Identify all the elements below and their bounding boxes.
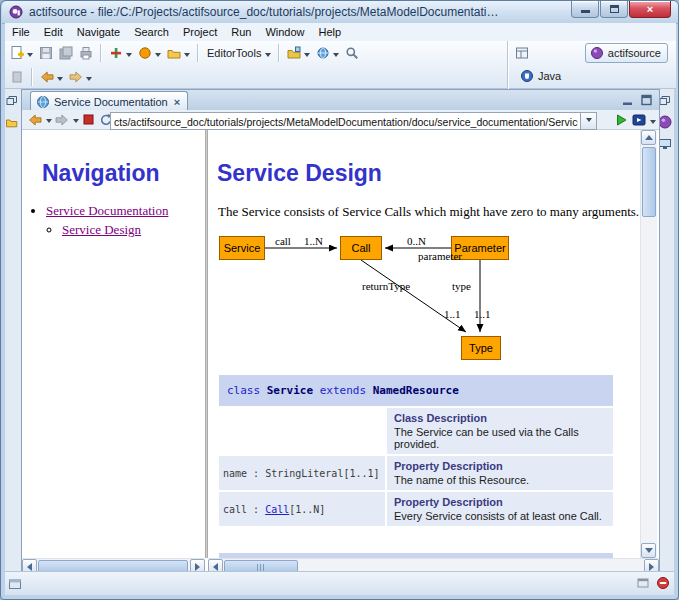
perspective-java-button[interactable]: Java: [516, 67, 567, 85]
address-bar: [110, 112, 597, 130]
menu-window[interactable]: Window: [258, 24, 311, 40]
forward-history-button[interactable]: [66, 66, 95, 88]
new-wizard-button[interactable]: [7, 42, 36, 64]
menu-search[interactable]: Search: [127, 24, 176, 40]
description-cell: Property Description The name of this Re…: [387, 456, 613, 490]
maximize-view-icon[interactable]: [639, 92, 654, 111]
tab-service-documentation[interactable]: Service Documentation ×: [30, 91, 188, 111]
open-resource-dropdown-icon[interactable]: [304, 53, 310, 60]
perspective-bar: actifsource Java: [507, 41, 676, 89]
link-service-documentation[interactable]: Service Documentation: [46, 203, 168, 218]
close-button[interactable]: ×: [629, 1, 671, 18]
restore-views-icon[interactable]: [658, 93, 674, 111]
class-table-call: class Call extends NamedResource: [217, 551, 615, 558]
window-title: actifsource - file:/C:/Projects/actifsou…: [29, 5, 499, 19]
edge-label-parameter: parameter: [418, 250, 462, 262]
back-history-dropdown-icon[interactable]: [57, 77, 63, 84]
tab-close-icon[interactable]: ×: [172, 96, 182, 108]
menu-navigate[interactable]: Navigate: [70, 24, 127, 40]
editor-tools-dropdown-icon[interactable]: [265, 53, 271, 60]
vertical-scroll-thumb[interactable]: [642, 147, 656, 217]
link-call-class[interactable]: Call: [265, 504, 289, 515]
new-wizard-dropdown-icon[interactable]: [27, 53, 33, 60]
toolbar-separator: [100, 44, 102, 62]
actifsource-perspective-icon: [589, 45, 605, 61]
link-editor-button[interactable]: [7, 66, 27, 88]
open-diagram-button[interactable]: [313, 42, 342, 64]
preview-monitor-icon[interactable]: [658, 137, 674, 155]
browser-back-dropdown-icon[interactable]: [46, 119, 52, 126]
browser-go-button[interactable]: [613, 112, 629, 128]
browser-forward-dropdown-icon[interactable]: [73, 119, 79, 126]
edge-label-type: type: [452, 280, 471, 292]
new-resource-dropdown-icon[interactable]: [126, 53, 132, 60]
browser-menu-dropdown-icon[interactable]: [650, 120, 656, 127]
maximize-button[interactable]: [600, 1, 628, 18]
perspective-actifsource-button[interactable]: actifsource: [585, 43, 668, 63]
perspective-java-label: Java: [538, 70, 561, 82]
navigation-list: Service Documentation Service Design: [28, 203, 205, 238]
table-row: name : StringLiteral[1..1] Property Desc…: [219, 456, 613, 490]
scroll-down-button[interactable]: [641, 543, 656, 558]
print-button[interactable]: [76, 42, 96, 64]
url-input[interactable]: [111, 113, 580, 129]
new-resource-button[interactable]: [106, 42, 135, 64]
menu-project[interactable]: Project: [176, 24, 224, 40]
diagram-box-service[interactable]: Service: [219, 236, 265, 260]
maximize-icon: [610, 5, 619, 13]
toolbar-separator: [197, 44, 199, 62]
browser-forward-button[interactable]: [54, 112, 70, 128]
link-service-design[interactable]: Service Design: [62, 222, 141, 237]
open-diagram-dropdown-icon[interactable]: [333, 53, 339, 60]
save-all-button[interactable]: [56, 42, 76, 64]
back-history-button[interactable]: [37, 66, 66, 88]
description-cell: Class Description The Service can be use…: [387, 408, 613, 454]
fast-view-icon[interactable]: [7, 576, 22, 595]
scroll-down-icon: [645, 548, 653, 557]
actifsource-app-icon: [8, 4, 24, 20]
url-dropdown-button[interactable]: [580, 113, 596, 129]
open-perspective-button[interactable]: [512, 42, 532, 64]
scroll-left-icon: [23, 563, 32, 571]
new-folder-button[interactable]: [164, 42, 193, 64]
search-button[interactable]: [342, 42, 362, 64]
table-header-row: class Service extends NamedResource: [219, 375, 613, 406]
new-folder-dropdown-icon[interactable]: [184, 53, 190, 60]
intro-paragraph: The Service consists of Service Calls wh…: [218, 204, 643, 220]
diagram-box-type[interactable]: Type: [461, 336, 501, 360]
forward-history-dropdown-icon[interactable]: [86, 77, 92, 84]
class-table-service: class Service extends NamedResource Clas…: [217, 373, 615, 528]
open-external-browser-button[interactable]: [631, 112, 647, 128]
restore-views-icon[interactable]: [5, 93, 21, 111]
menu-help[interactable]: Help: [312, 24, 349, 40]
open-resource-button[interactable]: [284, 42, 313, 64]
project-explorer-icon[interactable]: [5, 115, 21, 133]
minimize-icon: [581, 10, 590, 13]
menu-file[interactable]: File: [5, 24, 37, 40]
browser-stop-button[interactable]: [81, 112, 96, 127]
menu-run[interactable]: Run: [224, 24, 258, 40]
scroll-up-icon: [645, 131, 653, 140]
left-view-strip: [5, 89, 22, 573]
minimize-view-icon[interactable]: [620, 92, 635, 111]
build-actions-button[interactable]: [135, 42, 164, 64]
navigation-frame: Navigation Service Documentation Service…: [22, 130, 205, 558]
tray-view-icon[interactable]: [636, 576, 650, 594]
browser-back-button[interactable]: [27, 112, 43, 128]
editor-tools-label: EditorTools: [207, 47, 261, 59]
diagram-box-call[interactable]: Call: [340, 236, 382, 260]
status-bar: [5, 571, 674, 595]
list-item: Service Design: [62, 222, 205, 238]
scroll-up-button[interactable]: [641, 130, 656, 145]
error-log-icon[interactable]: [656, 576, 670, 594]
minimize-button[interactable]: [571, 1, 599, 18]
build-actions-dropdown-icon[interactable]: [155, 53, 161, 60]
editor-tools-button[interactable]: EditorTools: [203, 42, 274, 64]
perspective-actifsource-label: actifsource: [608, 47, 661, 59]
title-bar: actifsource - file:/C:/Projects/actifsou…: [2, 1, 679, 24]
table-row: call : Call[1..N] Property Description E…: [219, 492, 613, 526]
actifsource-view-icon[interactable]: [658, 115, 674, 133]
save-button[interactable]: [36, 42, 56, 64]
edge-label-call-multiplicity: 1..N: [304, 235, 323, 247]
menu-edit[interactable]: Edit: [37, 24, 70, 40]
